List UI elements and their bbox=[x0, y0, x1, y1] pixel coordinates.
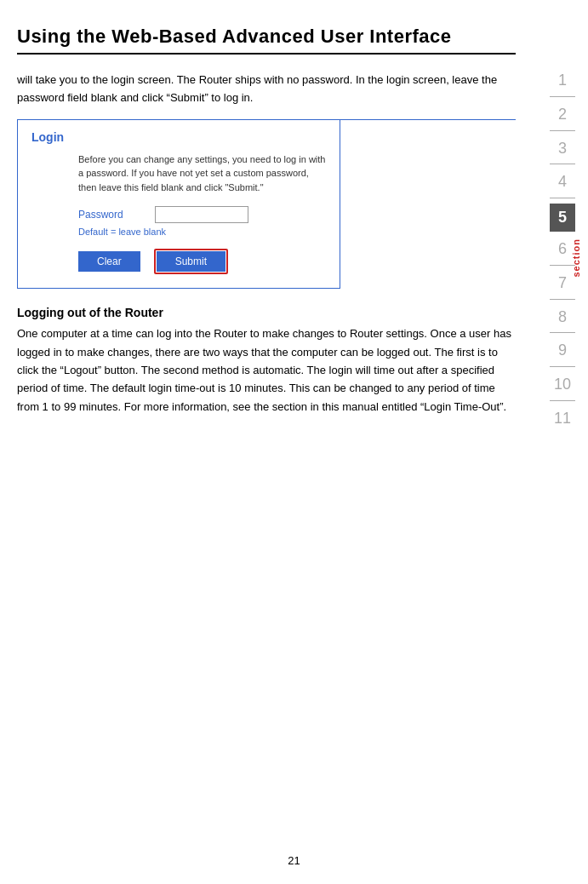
password-input[interactable] bbox=[155, 206, 248, 223]
page-title: Using the Web-Based Advanced User Interf… bbox=[17, 26, 516, 55]
sidebar-num-8[interactable]: 8 bbox=[550, 305, 575, 334]
sidebar-num-9[interactable]: 9 bbox=[550, 338, 575, 367]
login-description: Before you can change any settings, you … bbox=[78, 152, 326, 195]
login-form: Password Default = leave blank Clear Sub… bbox=[78, 206, 326, 274]
password-row: Password bbox=[78, 206, 326, 223]
submit-wrapper: Submit bbox=[154, 249, 228, 274]
sidebar-num-11[interactable]: 11 bbox=[550, 406, 575, 434]
section-label: section bbox=[571, 238, 581, 278]
password-label: Password bbox=[78, 209, 155, 221]
sidebar: 1 2 3 4 5 6 7 8 9 10 11 bbox=[537, 0, 588, 884]
intro-text: will take you to the login screen. The R… bbox=[17, 72, 516, 107]
logout-section: Logging out of the Router One computer a… bbox=[17, 306, 516, 416]
password-hint: Default = leave blank bbox=[78, 227, 326, 237]
logout-title: Logging out of the Router bbox=[17, 306, 516, 319]
button-row: Clear Submit bbox=[78, 249, 326, 274]
sidebar-num-10[interactable]: 10 bbox=[550, 372, 575, 401]
sidebar-num-4[interactable]: 4 bbox=[550, 169, 575, 198]
login-title: Login bbox=[31, 130, 326, 144]
sidebar-num-3[interactable]: 3 bbox=[550, 136, 575, 165]
login-box: Login Before you can change any settings… bbox=[17, 120, 340, 290]
sidebar-num-1[interactable]: 1 bbox=[550, 68, 575, 97]
page-number: 21 bbox=[288, 854, 300, 867]
logout-text: One computer at a time can log into the … bbox=[17, 324, 516, 416]
submit-button[interactable]: Submit bbox=[157, 251, 225, 272]
sidebar-num-5[interactable]: 5 bbox=[550, 204, 575, 232]
sidebar-num-2[interactable]: 2 bbox=[550, 102, 575, 131]
clear-button[interactable]: Clear bbox=[78, 251, 140, 272]
